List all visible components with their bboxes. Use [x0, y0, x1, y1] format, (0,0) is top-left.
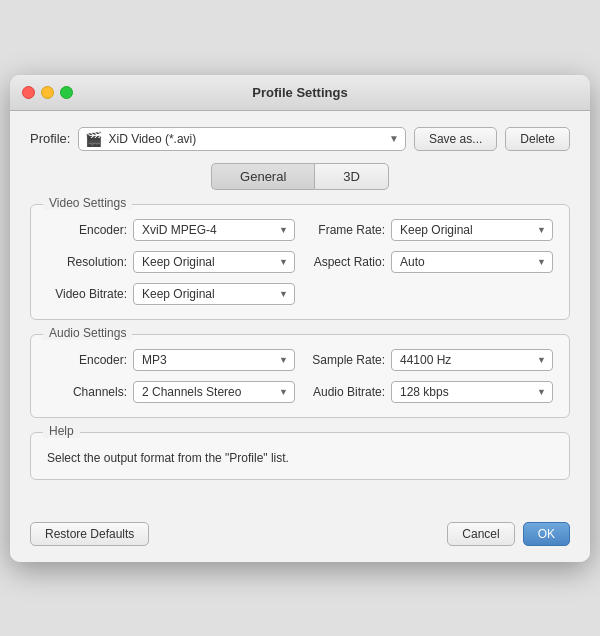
audio-encoder-chevron-icon: ▼: [279, 355, 288, 365]
audio-settings-grid: Encoder: MP3 ▼ Sample Rate: 44100 Hz ▼: [47, 349, 553, 403]
channels-label: Channels:: [47, 385, 127, 399]
bottom-right-buttons: Cancel OK: [447, 522, 570, 546]
sample-rate-chevron-icon: ▼: [537, 355, 546, 365]
channels-chevron-icon: ▼: [279, 387, 288, 397]
aspect-ratio-chevron-icon: ▼: [537, 257, 546, 267]
main-content: Profile: 🎬 XiD Video (*.avi) ▼ Save as..…: [10, 111, 590, 510]
video-settings-grid: Encoder: XviD MPEG-4 ▼ Frame Rate: Keep …: [47, 219, 553, 305]
tab-general[interactable]: General: [211, 163, 314, 190]
profile-row: Profile: 🎬 XiD Video (*.avi) ▼ Save as..…: [30, 127, 570, 151]
help-section: Help Select the output format from the "…: [30, 432, 570, 480]
audio-encoder-select[interactable]: MP3 ▼: [133, 349, 295, 371]
encoder-chevron-icon: ▼: [279, 225, 288, 235]
save-as-button[interactable]: Save as...: [414, 127, 497, 151]
encoder-select[interactable]: XviD MPEG-4 ▼: [133, 219, 295, 241]
profile-label: Profile:: [30, 131, 70, 146]
aspect-ratio-row: Aspect Ratio: Auto ▼: [305, 251, 553, 273]
channels-row: Channels: 2 Channels Stereo ▼: [47, 381, 295, 403]
audio-settings-title: Audio Settings: [43, 326, 132, 340]
traffic-lights: [22, 86, 73, 99]
aspect-ratio-label: Aspect Ratio:: [305, 255, 385, 269]
restore-defaults-button[interactable]: Restore Defaults: [30, 522, 149, 546]
cancel-button[interactable]: Cancel: [447, 522, 514, 546]
frame-rate-label: Frame Rate:: [305, 223, 385, 237]
tab-3d[interactable]: 3D: [314, 163, 389, 190]
video-settings-section: Video Settings Encoder: XviD MPEG-4 ▼ Fr…: [30, 204, 570, 320]
profile-chevron-icon: ▼: [389, 133, 399, 144]
video-settings-title: Video Settings: [43, 196, 132, 210]
encoder-label: Encoder:: [47, 223, 127, 237]
delete-button[interactable]: Delete: [505, 127, 570, 151]
title-bar: Profile Settings: [10, 75, 590, 111]
audio-bitrate-select[interactable]: 128 kbps ▼: [391, 381, 553, 403]
aspect-ratio-select[interactable]: Auto ▼: [391, 251, 553, 273]
audio-settings-section: Audio Settings Encoder: MP3 ▼ Sample Rat…: [30, 334, 570, 418]
audio-bitrate-chevron-icon: ▼: [537, 387, 546, 397]
audio-bitrate-label: Audio Bitrate:: [305, 385, 385, 399]
frame-rate-row: Frame Rate: Keep Original ▼: [305, 219, 553, 241]
frame-rate-select[interactable]: Keep Original ▼: [391, 219, 553, 241]
audio-encoder-label: Encoder:: [47, 353, 127, 367]
video-bitrate-chevron-icon: ▼: [279, 289, 288, 299]
resolution-chevron-icon: ▼: [279, 257, 288, 267]
encoder-row: Encoder: XviD MPEG-4 ▼: [47, 219, 295, 241]
close-button[interactable]: [22, 86, 35, 99]
sample-rate-row: Sample Rate: 44100 Hz ▼: [305, 349, 553, 371]
window-title: Profile Settings: [252, 85, 347, 100]
sample-rate-label: Sample Rate:: [305, 353, 385, 367]
resolution-row: Resolution: Keep Original ▼: [47, 251, 295, 273]
frame-rate-chevron-icon: ▼: [537, 225, 546, 235]
profile-icon: 🎬: [85, 131, 102, 147]
help-text: Select the output format from the "Profi…: [47, 451, 553, 465]
help-title: Help: [43, 424, 80, 438]
video-bitrate-label: Video Bitrate:: [47, 287, 127, 301]
profile-select[interactable]: 🎬 XiD Video (*.avi) ▼: [78, 127, 405, 151]
video-bitrate-row: Video Bitrate: Keep Original ▼: [47, 283, 295, 305]
audio-bitrate-row: Audio Bitrate: 128 kbps ▼: [305, 381, 553, 403]
bottom-bar: Restore Defaults Cancel OK: [10, 510, 590, 562]
resolution-select[interactable]: Keep Original ▼: [133, 251, 295, 273]
channels-select[interactable]: 2 Channels Stereo ▼: [133, 381, 295, 403]
resolution-label: Resolution:: [47, 255, 127, 269]
sample-rate-select[interactable]: 44100 Hz ▼: [391, 349, 553, 371]
maximize-button[interactable]: [60, 86, 73, 99]
minimize-button[interactable]: [41, 86, 54, 99]
ok-button[interactable]: OK: [523, 522, 570, 546]
audio-encoder-row: Encoder: MP3 ▼: [47, 349, 295, 371]
profile-select-text: XiD Video (*.avi): [108, 132, 383, 146]
video-bitrate-select[interactable]: Keep Original ▼: [133, 283, 295, 305]
profile-settings-window: Profile Settings Profile: 🎬 XiD Video (*…: [10, 75, 590, 562]
tab-bar: General 3D: [30, 163, 570, 190]
